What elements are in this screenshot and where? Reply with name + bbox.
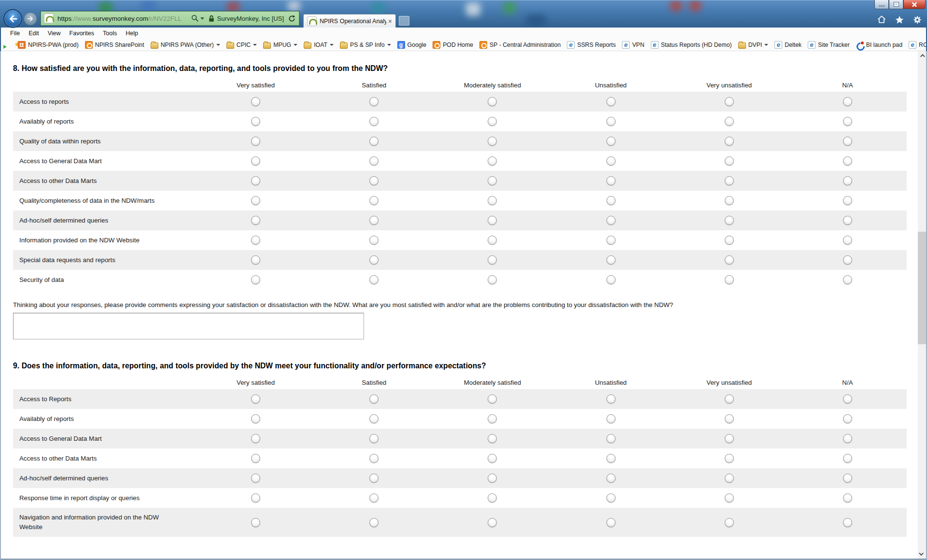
favorite-item[interactable]: BI launch pad xyxy=(856,41,902,49)
radio-button[interactable] xyxy=(251,255,260,265)
radio-button[interactable] xyxy=(725,216,734,225)
favorite-item[interactable]: SSRS Reports xyxy=(567,41,616,49)
radio-button[interactable] xyxy=(606,518,616,527)
radio-button[interactable] xyxy=(725,196,734,205)
radio-button[interactable] xyxy=(251,434,260,443)
radio-button[interactable] xyxy=(725,493,734,503)
radio-button[interactable] xyxy=(725,117,734,126)
refresh-icon[interactable] xyxy=(288,14,296,23)
radio-button[interactable] xyxy=(369,493,379,503)
comment-textarea[interactable] xyxy=(13,313,364,339)
radio-button[interactable] xyxy=(251,394,260,404)
radio-button[interactable] xyxy=(606,255,616,265)
radio-button[interactable] xyxy=(369,255,379,265)
radio-button[interactable] xyxy=(488,216,497,225)
tab-npirs-operational-analysis[interactable]: NPIRS Operational Analysis ... × xyxy=(303,14,396,28)
radio-button[interactable] xyxy=(843,216,852,225)
back-button[interactable] xyxy=(3,9,22,28)
radio-button[interactable] xyxy=(725,434,734,443)
home-icon[interactable] xyxy=(877,15,886,25)
radio-button[interactable] xyxy=(369,97,379,106)
radio-button[interactable] xyxy=(251,474,260,483)
radio-button[interactable] xyxy=(251,97,260,106)
favorites-star-icon[interactable] xyxy=(895,15,904,25)
radio-button[interactable] xyxy=(369,216,379,225)
minimize-button[interactable] xyxy=(874,0,889,9)
radio-button[interactable] xyxy=(251,236,260,245)
radio-button[interactable] xyxy=(606,196,616,205)
radio-button[interactable] xyxy=(725,518,734,527)
radio-button[interactable] xyxy=(488,414,497,423)
radio-button[interactable] xyxy=(369,137,379,146)
radio-button[interactable] xyxy=(488,518,497,527)
radio-button[interactable] xyxy=(606,176,616,185)
radio-button[interactable] xyxy=(251,454,260,463)
radio-button[interactable] xyxy=(369,454,379,463)
radio-button[interactable] xyxy=(369,434,379,443)
favorite-item[interactable]: NPIRS SharePoint xyxy=(85,41,144,49)
radio-button[interactable] xyxy=(843,97,852,106)
favorite-item[interactable]: POD Home xyxy=(433,41,473,49)
menu-item-favorites[interactable]: Favorites xyxy=(65,30,98,37)
radio-button[interactable] xyxy=(251,156,260,166)
radio-button[interactable] xyxy=(488,97,497,106)
favorite-item[interactable]: DVPI xyxy=(738,41,769,49)
radio-button[interactable] xyxy=(606,493,616,503)
radio-button[interactable] xyxy=(725,97,734,106)
radio-button[interactable] xyxy=(843,454,852,463)
favorite-item[interactable]: VPN xyxy=(622,41,644,49)
radio-button[interactable] xyxy=(725,474,734,483)
radio-button[interactable] xyxy=(488,117,497,126)
radio-button[interactable] xyxy=(843,176,852,185)
radio-button[interactable] xyxy=(725,454,734,463)
tab-close-icon[interactable]: × xyxy=(388,18,392,25)
radio-button[interactable] xyxy=(488,196,497,205)
radio-button[interactable] xyxy=(725,156,734,166)
vertical-scrollbar[interactable] xyxy=(918,51,926,559)
certificate-label[interactable]: SurveyMonkey, Inc [US] xyxy=(217,15,284,22)
radio-button[interactable] xyxy=(251,275,260,284)
radio-button[interactable] xyxy=(606,216,616,225)
radio-button[interactable] xyxy=(843,255,852,265)
menu-item-file[interactable]: File xyxy=(6,30,24,37)
radio-button[interactable] xyxy=(725,394,734,404)
radio-button[interactable] xyxy=(369,117,379,126)
radio-button[interactable] xyxy=(488,236,497,245)
radio-button[interactable] xyxy=(488,454,497,463)
favorite-item[interactable]: NPIRS-PWA (prod) xyxy=(18,41,79,49)
radio-button[interactable] xyxy=(843,137,852,146)
scroll-up-button[interactable] xyxy=(918,51,926,60)
radio-button[interactable] xyxy=(606,454,616,463)
radio-button[interactable] xyxy=(606,97,616,106)
radio-button[interactable] xyxy=(725,414,734,423)
radio-button[interactable] xyxy=(488,275,497,284)
radio-button[interactable] xyxy=(843,196,852,205)
radio-button[interactable] xyxy=(251,196,260,205)
radio-button[interactable] xyxy=(488,156,497,166)
menu-item-view[interactable]: View xyxy=(43,30,65,37)
radio-button[interactable] xyxy=(606,434,616,443)
radio-button[interactable] xyxy=(369,236,379,245)
favorite-item[interactable]: Google xyxy=(397,41,427,49)
radio-button[interactable] xyxy=(843,518,852,527)
radio-button[interactable] xyxy=(843,117,852,126)
favorite-item[interactable]: MPUG xyxy=(263,41,297,49)
favorite-item[interactable]: PS & SP Info xyxy=(340,41,391,49)
radio-button[interactable] xyxy=(251,518,260,527)
radio-button[interactable] xyxy=(725,236,734,245)
address-bar[interactable]: https://www.surveymonkey.com/r/NV22FLL S… xyxy=(41,11,299,26)
radio-button[interactable] xyxy=(369,196,379,205)
radio-button[interactable] xyxy=(488,137,497,146)
radio-button[interactable] xyxy=(488,493,497,503)
radio-button[interactable] xyxy=(488,394,497,404)
radio-button[interactable] xyxy=(606,474,616,483)
scroll-down-button[interactable] xyxy=(918,549,926,559)
close-button[interactable] xyxy=(903,0,926,9)
radio-button[interactable] xyxy=(606,137,616,146)
radio-button[interactable] xyxy=(606,156,616,166)
radio-button[interactable] xyxy=(843,434,852,443)
radio-button[interactable] xyxy=(725,176,734,185)
radio-button[interactable] xyxy=(725,275,734,284)
radio-button[interactable] xyxy=(251,137,260,146)
favorite-item[interactable]: ROHAN xyxy=(909,41,926,49)
